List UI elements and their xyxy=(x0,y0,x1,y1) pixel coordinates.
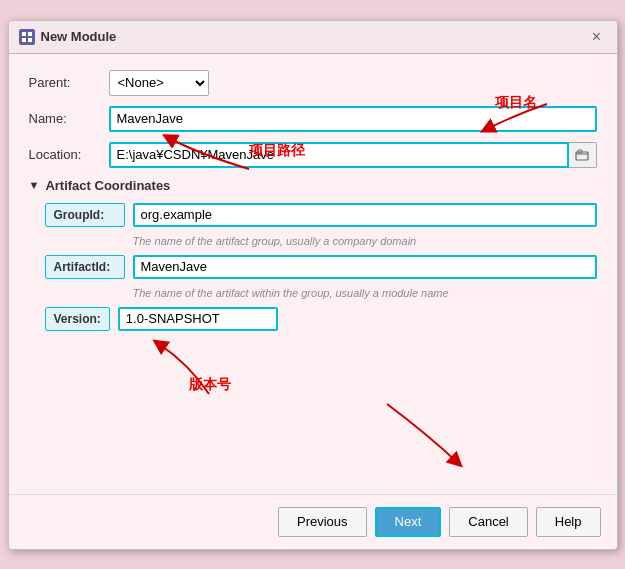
name-row: Name: xyxy=(29,106,597,132)
dialog-title: New Module xyxy=(41,29,117,44)
close-button[interactable]: × xyxy=(587,27,607,47)
artifact-section-title: Artifact Coordinates xyxy=(45,178,170,193)
groupid-label: GroupId: xyxy=(45,203,125,227)
location-row: Location: xyxy=(29,142,597,168)
cancel-button[interactable]: Cancel xyxy=(449,507,527,537)
parent-label: Parent: xyxy=(29,75,109,90)
name-label: Name: xyxy=(29,111,109,126)
groupid-input[interactable] xyxy=(133,203,597,227)
version-row: Version: xyxy=(45,307,597,331)
arrow-version xyxy=(109,334,259,414)
artifactid-input[interactable] xyxy=(133,255,597,279)
annotation-version: 版本号 xyxy=(189,376,231,394)
groupid-row: GroupId: xyxy=(45,203,597,227)
title-bar-left: New Module xyxy=(19,29,117,45)
groupid-hint: The name of the artifact group, usually … xyxy=(133,235,597,247)
artifactid-row: ArtifactId: xyxy=(45,255,597,279)
svg-rect-0 xyxy=(22,32,26,36)
new-module-dialog: New Module × Parent: <None> Name: Locati… xyxy=(8,20,618,550)
previous-button[interactable]: Previous xyxy=(278,507,367,537)
help-button[interactable]: Help xyxy=(536,507,601,537)
parent-select[interactable]: <None> xyxy=(109,70,209,96)
title-bar: New Module × xyxy=(9,21,617,54)
artifactid-hint: The name of the artifact within the grou… xyxy=(133,287,597,299)
location-input[interactable] xyxy=(109,142,569,168)
location-label: Location: xyxy=(29,147,109,162)
dialog-icon xyxy=(19,29,35,45)
artifactid-label: ArtifactId: xyxy=(45,255,125,279)
arrow-next xyxy=(357,394,477,474)
svg-rect-2 xyxy=(22,38,26,42)
next-button[interactable]: Next xyxy=(375,507,442,537)
parent-row: Parent: <None> xyxy=(29,70,597,96)
collapse-arrow: ▼ xyxy=(29,179,40,191)
svg-rect-3 xyxy=(28,38,32,42)
dialog-footer: Previous Next Cancel Help xyxy=(9,494,617,549)
artifact-section-header[interactable]: ▼ Artifact Coordinates xyxy=(29,178,597,193)
svg-rect-1 xyxy=(28,32,32,36)
name-input[interactable] xyxy=(109,106,597,132)
browse-button[interactable] xyxy=(569,142,597,168)
dialog-content: Parent: <None> Name: Location: ▼ Artifac… xyxy=(9,54,617,494)
artifact-grid: GroupId: The name of the artifact group,… xyxy=(29,203,597,331)
version-label: Version: xyxy=(45,307,110,331)
version-input[interactable] xyxy=(118,307,278,331)
